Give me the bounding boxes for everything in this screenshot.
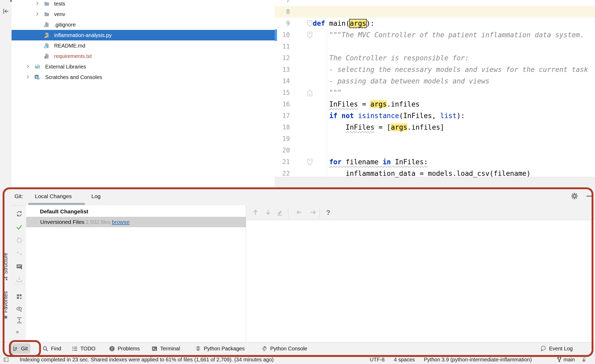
gitignore-file-icon (44, 22, 50, 28)
tool-button-python-packages[interactable]: Python Packages (192, 343, 247, 354)
code-token: InFiles (329, 100, 358, 108)
code-line[interactable]: if not isinstance(InFiles, list): (313, 110, 465, 122)
event-log-button[interactable]: Event Log (537, 343, 575, 354)
code-token: main( (325, 19, 350, 27)
chevron-right-icon[interactable] (25, 64, 31, 70)
git-tool-window: Git: Local Changes Log » Default Changel… (12, 187, 595, 355)
tree-row[interactable]: venv (12, 9, 275, 19)
left-tool-stripe: StructureFavorites (0, 0, 12, 355)
fold-marker-icon[interactable] (307, 20, 313, 28)
toolwindow-icon[interactable] (3, 357, 9, 363)
commit-message-icon[interactable] (16, 263, 24, 271)
chevron-right-icon[interactable] (25, 74, 31, 80)
gear-icon[interactable] (571, 192, 578, 200)
tree-row[interactable]: External Libraries (12, 61, 275, 72)
status-widget[interactable]: 4 spaces (394, 355, 415, 364)
tool-button-terminal[interactable]: Terminal (149, 343, 183, 354)
tool-button-label: Terminal (160, 346, 180, 352)
tab-local-changes[interactable]: Local Changes (35, 187, 72, 205)
changes-tree: Default Changelist Unversioned Files 2,5… (26, 205, 246, 342)
view-options-eye-icon[interactable] (16, 306, 24, 314)
structure-icon (3, 276, 8, 281)
code-token: = [ (374, 123, 391, 131)
rollback-icon[interactable] (16, 237, 24, 245)
unlock-icon[interactable] (581, 357, 587, 363)
chevron-right-icon[interactable] (35, 1, 40, 7)
tree-row[interactable]: tests (12, 0, 275, 9)
group-by-icon[interactable] (16, 293, 24, 301)
commit-check-icon[interactable] (16, 224, 24, 231)
code-token (313, 123, 346, 131)
tree-item-label: .gitignore (54, 19, 76, 30)
project-tree-panel: testsvenv.gitignoreinflammation-analysis… (12, 0, 275, 187)
code-token: def (313, 19, 325, 27)
status-widget[interactable]: Python 3.9 (python-intermediate-inflamma… (424, 355, 532, 364)
code-line[interactable]: - passing data between models and views (313, 75, 489, 87)
code-line[interactable]: """ (313, 87, 342, 98)
expand-collapse-icon[interactable] (16, 317, 24, 325)
toolbar-separator (14, 284, 25, 284)
git-left-toolbar: » (12, 205, 26, 355)
code-token (354, 112, 358, 120)
tool-button-find[interactable]: Find (39, 343, 64, 354)
scroll-from-source-icon[interactable] (2, 8, 9, 15)
event-log-label: Event Log (549, 346, 573, 352)
tree-item-label: README.md (54, 40, 85, 51)
unversioned-files-row[interactable]: Unversioned Files 2,502 files browse (26, 217, 246, 227)
tool-window-bar: Event Log GitFindTODOProblemsTerminalPyt… (0, 342, 595, 355)
code-token: args (350, 19, 366, 27)
tool-button-label: Git (21, 346, 28, 352)
code-token (313, 112, 329, 120)
python-icon (261, 345, 268, 352)
tree-row[interactable]: inflammation-analysis.py (12, 30, 275, 40)
merge-arrows-icon[interactable] (16, 250, 24, 258)
help-icon[interactable]: ? (326, 209, 334, 217)
code-token: """ (313, 89, 342, 97)
code-line[interactable]: InFiles = [args.infiles] (313, 122, 444, 133)
tool-button-todo[interactable]: TODO (69, 343, 98, 354)
refresh-icon[interactable] (16, 210, 24, 218)
tree-row[interactable]: .gitignore (12, 19, 275, 30)
tree-row[interactable]: Scratches and Consoles (12, 72, 275, 82)
more-chevrons-icon[interactable]: » (16, 329, 24, 336)
code-line[interactable]: """The MVC Controller of the patient inf… (313, 29, 584, 41)
branch-name[interactable]: main (563, 355, 575, 364)
tab-log[interactable]: Log (91, 187, 101, 205)
code-token: InFiles (346, 123, 374, 131)
tool-stripe-button-structure[interactable]: Structure (3, 253, 9, 281)
code-token: ): (457, 112, 465, 120)
arrow-left-icon[interactable] (295, 209, 303, 217)
chevron-right-icon[interactable] (35, 11, 40, 17)
code-token: list (440, 112, 457, 120)
tree-item-label: inflammation-analysis.py (54, 30, 112, 40)
code-line[interactable]: The Controller is responsible for: (313, 52, 469, 64)
tree-item-label: External Libraries (45, 61, 86, 72)
status-widget[interactable]: UTF-8 (370, 355, 385, 364)
tool-stripe-button-favorites[interactable]: Favorites (3, 291, 9, 320)
tree-row[interactable]: MDREADME.md (12, 40, 275, 51)
fold-marker-icon[interactable] (307, 158, 313, 166)
code-token: InFiles: (391, 158, 428, 166)
edit-pencil-icon[interactable] (276, 209, 284, 217)
tool-button-python-console[interactable]: Python Console (259, 343, 310, 354)
arrow-down-icon[interactable] (264, 209, 272, 217)
code-line[interactable]: def main(args): (313, 18, 374, 29)
default-changelist-row[interactable]: Default Changelist (26, 206, 246, 217)
code-line[interactable]: InFiles = args.infiles (313, 98, 420, 110)
arrow-right-icon[interactable] (310, 209, 317, 217)
fold-marker-icon[interactable] (307, 89, 313, 97)
external-libraries-icon (34, 64, 40, 70)
shelve-icon[interactable] (16, 276, 24, 284)
code-line[interactable]: for filename in InFiles: (313, 156, 428, 168)
arrow-up-icon[interactable] (252, 209, 260, 217)
code-token: .infiles] (407, 123, 444, 131)
search-icon (42, 345, 49, 352)
code-line[interactable]: - selecting the necessary models and vie… (313, 64, 588, 75)
fold-marker-icon[interactable] (307, 31, 313, 39)
tree-row[interactable]: requirements.txt (12, 51, 275, 61)
code-line[interactable]: inflammation_data = models.load_csv(file… (313, 168, 531, 179)
tool-button-problems[interactable]: Problems (106, 343, 142, 354)
tool-button-git[interactable]: Git (9, 343, 30, 354)
minimize-icon[interactable] (586, 192, 593, 200)
browse-link[interactable]: browse (112, 219, 130, 225)
